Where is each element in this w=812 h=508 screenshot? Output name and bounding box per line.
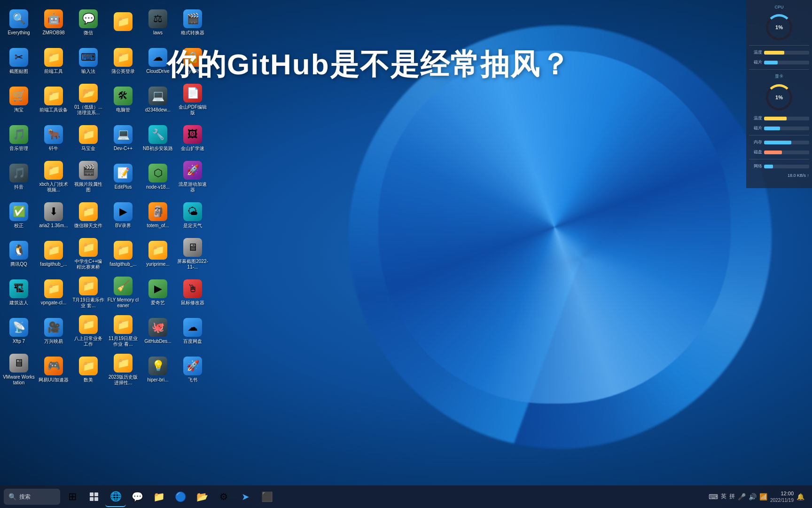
desktop-icon-wanxingying[interactable]: 🎥万兴映易	[37, 312, 70, 350]
desktop-icon-vpngate[interactable]: 📁vpngate-cl...	[37, 274, 70, 311]
desktop-icon-editplus[interactable]: 📝EditPlus	[106, 158, 140, 196]
desktop-icon-qianniu[interactable]: 🐂钎牛	[37, 119, 70, 157]
desktop-icon-videoclip[interactable]: 🎬视频片段属性图	[71, 158, 105, 196]
desktop-icon-photogallery[interactable]: 🖼金山扩学速	[176, 119, 210, 157]
mic-icon[interactable]: 🎤	[738, 493, 746, 500]
icon-label-vpngate: vpngate-cl...	[41, 300, 66, 306]
icon-label-videoclip: 视频片段属性图	[72, 182, 104, 193]
disk-bar-2	[764, 127, 809, 130]
desktop-icon-baidupan[interactable]: ☁百度网盘	[176, 312, 210, 350]
desktop-icon-snipaste[interactable]: ✂截图贴图	[2, 42, 36, 80]
desktop-icon-bvplayer[interactable]: ▶BV录界	[106, 197, 140, 234]
icon-label-laws: laws	[153, 30, 163, 36]
desktop-icon-clouddrive[interactable]: ☁CloudDrive	[141, 42, 175, 80]
desktop-icon-streaming[interactable]: 🚀流星游动加速器	[176, 158, 210, 196]
desktop-icon-folder2[interactable]: 📁前端工具	[37, 42, 70, 80]
notification-icon[interactable]: 🔔	[796, 493, 804, 500]
desktop-icon-tiktok[interactable]: 🎵抖音	[2, 158, 36, 196]
desktop-icon-weather[interactable]: 🌤是定天气	[176, 197, 210, 234]
taskbar-clock[interactable]: 12:00 2022/11/19	[770, 490, 794, 503]
lang-en[interactable]: 英	[721, 492, 726, 500]
desktop-icon-folder7[interactable]: 📁xbch入门技术 视频...	[37, 158, 70, 196]
keyboard-icon[interactable]: ⌨	[709, 493, 718, 500]
desktop-icon-myvpn[interactable]: 🔒MyVPN	[176, 42, 210, 80]
desktop-icon-folder10[interactable]: 📁八上日常业务工作	[71, 312, 105, 350]
icon-box-folder4: 📁	[44, 87, 63, 105]
taskbar-taskview[interactable]	[84, 486, 104, 507]
desktop-icon-inputmethod[interactable]: ⌨输入法	[71, 42, 105, 80]
desktop-icon-folder4[interactable]: 📁前端工具设备	[37, 81, 70, 119]
icon-label-jiaozheng: 校正	[14, 223, 23, 229]
desktop-icon-pctools[interactable]: 🛠电脑管	[106, 81, 140, 119]
volume-icon[interactable]: 🔊	[749, 493, 757, 500]
desktop-icon-feishu[interactable]: 🚀飞书	[176, 351, 210, 389]
desktop-icon-nbtools2[interactable]: 🔧NB初步安装路	[141, 119, 175, 157]
desktop-icon-music[interactable]: 🎵音乐管理	[2, 119, 36, 157]
taskbar-search[interactable]: 🔍 搜索	[4, 489, 60, 505]
taskbar-browser2[interactable]: 🔵	[170, 486, 191, 507]
desktop-icon-buildtools[interactable]: 🏗建筑达人	[2, 274, 36, 311]
desktop-icon-zmrob[interactable]: 🤖ZMROB98	[37, 4, 70, 41]
taskbar-explorer[interactable]: 📁	[148, 486, 169, 507]
desktop-icon-folder3[interactable]: 📁蒲公英登录	[106, 42, 140, 80]
desktop-icon-fastgithub[interactable]: 📁fastgithub_...	[37, 235, 70, 273]
taskbar-weixin[interactable]: 💬	[127, 486, 148, 507]
taskbar-settings[interactable]: ⚙	[213, 486, 234, 507]
icon-label-folder5: 01（低级）...清理流系...	[72, 104, 104, 116]
network-icon[interactable]: 📶	[759, 493, 767, 500]
taskbar-terminal[interactable]: ⬛	[257, 486, 277, 507]
desktop-icon-everything[interactable]: 🔍Everything	[2, 4, 36, 41]
desktop-icon-folder9[interactable]: 📁T月19日素乐作业 套...	[71, 274, 105, 311]
desktop-icon-mediaplayer[interactable]: 🎬格式转换器	[176, 4, 210, 41]
icon-label-cplusplus: 中学生C++编程比赛来桥	[72, 259, 104, 270]
desktop-icon-folder12[interactable]: 📁2023版历史版进择性...	[106, 351, 140, 389]
taskbar-edge[interactable]: 🌐	[105, 486, 126, 507]
desktop-icon-mousemod[interactable]: 🖱鼠标修改器	[176, 274, 210, 311]
icon-label-totem: totem_of...	[147, 223, 169, 229]
desktop-icon-xftp[interactable]: 📡Xftp 7	[2, 312, 36, 350]
icon-box-vmware: 🖥	[9, 354, 28, 373]
icon-box-totem: 🗿	[148, 202, 167, 221]
icon-label-clouddrive: CloudDrive	[146, 69, 169, 74]
taskbar-start-button[interactable]: ⊞	[62, 486, 83, 507]
desktop-icon-vmware[interactable]: 🖥VMware Workstation	[2, 351, 36, 389]
desktop-icon-iqiyi[interactable]: ▶爱奇艺	[141, 274, 175, 311]
icon-label-folder2: 前端工具	[44, 69, 63, 74]
icon-label-streaming: 流星游动加速器	[177, 182, 209, 193]
cpu-gauge: 1%	[766, 14, 792, 40]
desktop-icon-jiaozheng[interactable]: ✅校正	[2, 197, 36, 234]
icon-label-folder12: 2023版历史版进择性...	[107, 374, 139, 386]
desktop-icon-wangyi[interactable]: 🎮网易UU加速器	[37, 351, 70, 389]
desktop-icon-aria2[interactable]: ⬇aria2 1.36m...	[37, 197, 70, 234]
desktop-icon-shuxue[interactable]: 📁数美	[71, 351, 105, 389]
taskbar-files[interactable]: 📂	[192, 486, 212, 507]
desktop-icon-folder1[interactable]: 📁	[106, 4, 140, 41]
desktop-icon-wechatfile[interactable]: 📁微信聊天文件	[71, 197, 105, 234]
desktop-icon-githubdesktop[interactable]: 🐙GitHubDes...	[141, 312, 175, 350]
net-bar-fill	[764, 165, 773, 168]
desktop-icon-fastgithub2[interactable]: 📁fastgithub_...	[106, 235, 140, 273]
lang-zh[interactable]: 拼	[729, 492, 735, 500]
desktop-icon-node[interactable]: ⬡node-v18...	[141, 158, 175, 196]
desktop-icon-folder6[interactable]: 📁马宝金	[71, 119, 105, 157]
desktop-icon-qq[interactable]: 🐧腾讯QQ	[2, 235, 36, 273]
desktop-icon-alipay[interactable]: 🛒淘宝	[2, 81, 36, 119]
desktop-icon-screenshot[interactable]: 🖥屏幕截图2022-11-...	[176, 235, 210, 273]
svg-rect-1	[94, 492, 98, 496]
desktop-icon-cplusplus[interactable]: 📁中学生C++编程比赛来桥	[71, 235, 105, 273]
desktop-icon-wechat[interactable]: 💬微信	[71, 4, 105, 41]
desktop-icon-devplus[interactable]: 💻Dev-C++	[106, 119, 140, 157]
desktop-icon-d2348[interactable]: 💻d2348dew...	[141, 81, 175, 119]
desktop-icon-yuriprime[interactable]: 📁yuriprime...	[141, 235, 175, 273]
desktop-icon-folder11[interactable]: 📁11月19日星业作业 看...	[106, 312, 140, 350]
desktop-icon-hiperbri[interactable]: 💡hiper-bri...	[141, 351, 175, 389]
temp-bar-1	[764, 51, 809, 55]
icon-box-wangyi: 🎮	[44, 357, 63, 375]
mem-row: 内存	[749, 138, 809, 146]
desktop-icon-pdfviewer[interactable]: 📄金山PDF编辑版	[176, 81, 210, 119]
desktop-icon-flymemory[interactable]: 🧹FLY Memory cleaner	[106, 274, 140, 311]
desktop-icon-totem[interactable]: 🗿totem_of...	[141, 197, 175, 234]
taskbar-nav[interactable]: ➤	[235, 486, 256, 507]
desktop-icon-laws[interactable]: ⚖laws	[141, 4, 175, 41]
desktop-icon-folder5[interactable]: 📂01（低级）...清理流系...	[71, 81, 105, 119]
